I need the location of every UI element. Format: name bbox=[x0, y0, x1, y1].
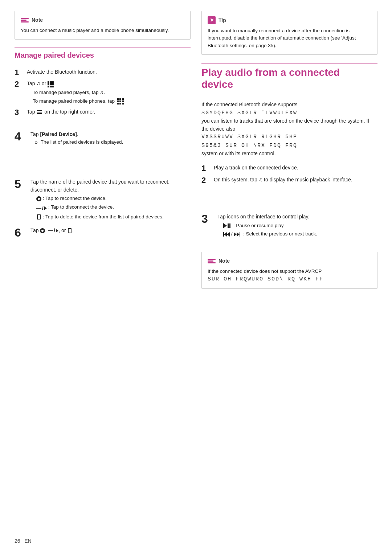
section2-divider bbox=[201, 63, 377, 63]
step-2-text: Tap ♫ or . bbox=[27, 81, 56, 86]
section2-header: Play audio from a connected device bbox=[201, 61, 377, 94]
right-step-2: 2 On this system, tap ♫ to display the m… bbox=[201, 176, 377, 185]
skip-icons: / bbox=[223, 230, 240, 238]
right-step-3: 3 Tap icons on the interface to control … bbox=[201, 213, 377, 238]
section2-title: Play audio from a connected device bbox=[201, 66, 377, 91]
step-4: 4 Tap [Paired Device]. » The list of pai… bbox=[15, 131, 191, 146]
step-5-sub3: : Tap to delete the device from the list… bbox=[36, 213, 191, 221]
tip-label: Tip bbox=[219, 17, 226, 24]
hamburger-icon bbox=[37, 110, 42, 114]
note-label-2: Note bbox=[219, 257, 230, 265]
note-icon-2 bbox=[208, 259, 216, 263]
section1-header: Manage paired devices bbox=[15, 46, 191, 62]
disconnect-icon: / bbox=[36, 204, 47, 212]
right-step-2-content: On this system, tap ♫ to display the mus… bbox=[214, 176, 377, 184]
step-4-sub: » The list of paired devices is displaye… bbox=[35, 139, 191, 146]
trash-icon-2 bbox=[67, 228, 72, 233]
arrow-sym: » bbox=[35, 139, 38, 146]
step-1-content: Activate the Bluetooth function. bbox=[27, 68, 191, 76]
step-2-content: Tap ♫ or . To manage paired players, tap… bbox=[27, 80, 191, 105]
step-num-1: 1 bbox=[15, 68, 23, 77]
step-5-sub2: / : Tap to disconnect the device. bbox=[36, 204, 191, 212]
steps-right: 1 Play a track on the connected device. … bbox=[201, 164, 377, 184]
step-6: 6 Tap , / , or . bbox=[15, 227, 191, 238]
step-num-2: 2 bbox=[15, 80, 23, 89]
note-box-1: Note You can connect a music player and … bbox=[15, 11, 191, 40]
note-text-1: You can connect a music player and a mob… bbox=[21, 27, 184, 34]
note2-text: If the connected device does not support… bbox=[208, 268, 371, 283]
right-column: ✳ Tip If you want to manually reconnect … bbox=[201, 11, 377, 543]
step-6-content: Tap , / , or . bbox=[30, 227, 191, 235]
scrambled-2: VXSSRUWV $XGLR 9LGHR 5HP bbox=[201, 134, 297, 140]
step-5-sub1: : Tap to reconnect the device. bbox=[36, 195, 191, 202]
step-2: 2 Tap ♫ or . To manage paired players, t… bbox=[15, 80, 191, 105]
step-num-4: 4 bbox=[15, 131, 26, 142]
tip-icon: ✳ bbox=[208, 16, 216, 24]
trash-icon bbox=[36, 214, 41, 219]
right-step-3-sub1: : Pause or resume play. bbox=[223, 222, 377, 230]
step-2-sub1: To manage paired players, tap ♫. bbox=[33, 89, 191, 97]
scrambled-1: $GYDQFHG $XGLR 'LVWULEXW bbox=[201, 110, 297, 116]
note-box-2: Note If the connected device does not su… bbox=[201, 252, 377, 289]
page-number: 26 EN bbox=[15, 538, 32, 544]
reconnect-icon bbox=[36, 196, 41, 201]
right-step-num-2: 2 bbox=[201, 176, 209, 185]
step-3-content: Tap on the top right corner. bbox=[27, 108, 191, 116]
pause-bars bbox=[228, 223, 230, 228]
grid-icon-2 bbox=[117, 98, 124, 104]
step-3: 3 Tap on the top right corner. bbox=[15, 108, 191, 117]
page: Note You can connect a music player and … bbox=[0, 0, 392, 554]
tip-text: If you want to manually reconnect a devi… bbox=[208, 27, 371, 49]
note-header-2: Note bbox=[208, 257, 371, 265]
note-label-1: Note bbox=[32, 16, 43, 24]
step-4-content: Tap [Paired Device]. » The list of paire… bbox=[30, 131, 191, 146]
note2-scrambled: SUR OH FRQWURO SOD\ RQ WKH FF bbox=[208, 276, 323, 282]
steps-left: 1 Activate the Bluetooth function. 2 Tap… bbox=[15, 68, 191, 238]
step-1: 1 Activate the Bluetooth function. bbox=[15, 68, 191, 77]
section2-intro: If the connected Bluetooth device suppor… bbox=[201, 101, 377, 158]
section1-title: Manage paired devices bbox=[15, 51, 191, 59]
left-column: Note You can connect a music player and … bbox=[15, 11, 191, 543]
tip-box: ✳ Tip If you want to manually reconnect … bbox=[201, 11, 377, 55]
grid-icon bbox=[48, 81, 54, 87]
right-step-3-content: Tap icons on the interface to control pl… bbox=[217, 213, 377, 238]
step-num-5: 5 bbox=[15, 178, 26, 190]
paired-device-label: [Paired Device] bbox=[40, 131, 77, 137]
right-step-num-1: 1 bbox=[201, 164, 209, 173]
disconnect-icon-2: / bbox=[48, 227, 58, 235]
scrambled-3: $95&3 SUR OH \RX FDQ FRQ bbox=[201, 143, 297, 149]
step-2-sub2: To manage paired mobile phones, tap bbox=[33, 98, 191, 105]
right-step-1-content: Play a track on the connected device. bbox=[214, 164, 377, 172]
step-5-content: Tap the name of the paired device that y… bbox=[30, 178, 191, 221]
right-step-3-sub2: / : Select the previous or next track. bbox=[223, 230, 377, 238]
step-5: 5 Tap the name of the paired device that… bbox=[15, 178, 191, 221]
right-step-1: 1 Play a track on the connected device. bbox=[201, 164, 377, 173]
note-icon-1 bbox=[21, 18, 29, 22]
step-4-sub-text: The list of paired devices is displayed. bbox=[41, 139, 123, 146]
reconnect-icon-2 bbox=[40, 228, 45, 233]
section1-divider bbox=[15, 48, 191, 48]
play-pause-icon bbox=[223, 223, 230, 228]
note-header-1: Note bbox=[21, 16, 184, 24]
play-triangle bbox=[223, 223, 227, 228]
step-num-6: 6 bbox=[15, 227, 26, 238]
step-num-3: 3 bbox=[15, 108, 23, 117]
tip-header: ✳ Tip bbox=[208, 16, 371, 24]
right-step-num-3: 3 bbox=[201, 213, 213, 225]
